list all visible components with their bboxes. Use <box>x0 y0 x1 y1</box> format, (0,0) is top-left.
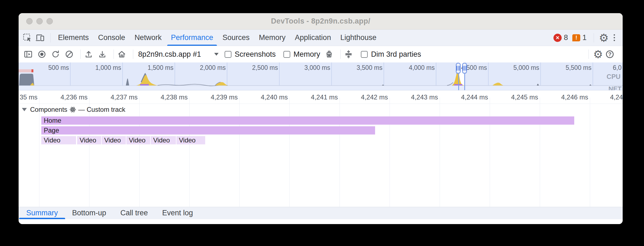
chevron-down-icon <box>214 53 219 56</box>
cpu-lane-label: CPU <box>607 73 620 81</box>
divider <box>594 33 594 42</box>
traffic-lights <box>26 13 53 29</box>
reload-icon[interactable] <box>50 49 61 59</box>
tab-network[interactable]: Network <box>130 30 166 46</box>
tab-memory[interactable]: Memory <box>254 30 290 46</box>
screenshots-checkbox[interactable] <box>225 51 231 58</box>
zoom-window-button[interactable] <box>47 18 53 24</box>
selection-right-handle[interactable] <box>462 63 467 74</box>
toolbar-right: ⚙ ? <box>586 49 618 60</box>
tabbar-right: × 8 ! 1 ⚙ <box>553 32 623 43</box>
ruler-tick-label: 4,239 ms <box>194 93 238 101</box>
gridline <box>540 98 540 207</box>
collapse-triangle-icon[interactable] <box>22 108 27 111</box>
ruler-tick-label: 4,246 ms <box>544 93 588 101</box>
panel-left-icon[interactable] <box>23 49 33 59</box>
track-header[interactable]: Components — Custom track <box>22 106 125 113</box>
selection-left-line <box>458 72 459 90</box>
clear-icon[interactable] <box>64 49 74 59</box>
dim-3rd-parties-checkbox-group[interactable]: Dim 3rd parties <box>361 50 421 59</box>
memory-checkbox[interactable] <box>283 51 290 58</box>
overview-tick-label: 500 ms <box>28 64 69 71</box>
timeline-detail[interactable]: 35 ms4,236 ms4,237 ms4,238 ms4,239 ms4,2… <box>19 90 623 207</box>
tab-console[interactable]: Console <box>94 30 130 46</box>
error-count[interactable]: 8 <box>564 33 568 42</box>
bottom-tab-event-log[interactable]: Event log <box>155 207 200 219</box>
close-window-button[interactable] <box>26 18 33 24</box>
screenshots-label: Screenshots <box>235 50 276 59</box>
settings-gear-icon[interactable]: ⚙ <box>599 32 609 43</box>
ruler-tick-label: 35 ms <box>19 93 37 101</box>
gridline <box>89 98 89 207</box>
home-icon[interactable] <box>117 49 127 59</box>
divider <box>50 33 51 42</box>
tab-application[interactable]: Application <box>290 30 336 46</box>
divider <box>133 50 133 59</box>
track-bar-home[interactable]: Home <box>41 116 574 125</box>
overview-tick-label: 1,500 ms <box>132 64 173 71</box>
overview-tick-label: 6,0 <box>613 64 622 71</box>
dim-3rd-parties-checkbox[interactable] <box>361 51 368 58</box>
inspect-icon[interactable] <box>22 33 32 43</box>
gridline <box>39 98 39 207</box>
bottom-tab-bottom-up[interactable]: Bottom-up <box>65 207 114 219</box>
overview-tick-label: 2,000 ms <box>185 64 226 71</box>
gridline <box>239 98 240 207</box>
bottom-tab-call-tree[interactable]: Call tree <box>113 207 155 219</box>
performance-toolbar: 8p2n9n.csb.app #1 Screenshots Memory <box>19 46 623 62</box>
track-bar-video[interactable]: Video <box>126 136 150 144</box>
overview-tick-label: 2,500 ms <box>237 64 278 71</box>
issue-count[interactable]: 1 <box>582 33 587 42</box>
tab-performance[interactable]: Performance <box>166 30 218 46</box>
track-bar-video[interactable]: Video <box>176 136 205 144</box>
divider <box>114 50 114 59</box>
ruler-tick-label: 4,243 ms <box>394 93 438 101</box>
screenshot-root: { "window": { "title": "DevTools - 8p2n9… <box>0 0 644 246</box>
memory-label: Memory <box>294 50 320 59</box>
overview-tick-label: 3,000 ms <box>289 64 330 71</box>
track-title: Components <box>30 106 67 113</box>
more-options-icon[interactable] <box>611 34 618 41</box>
ruler-separator <box>19 104 623 104</box>
bottom-tab-summary[interactable]: Summary <box>19 207 65 219</box>
device-toolbar-icon[interactable] <box>35 33 45 43</box>
issues-icon[interactable]: ! <box>572 34 580 41</box>
atom-icon <box>69 106 76 113</box>
gridline <box>490 98 490 207</box>
upload-icon[interactable] <box>83 49 94 59</box>
track-bar-video[interactable]: Video <box>77 136 101 144</box>
overview-tick-label: 5,000 ms <box>498 64 539 71</box>
timeline-overview[interactable]: 500 ms1,000 ms1,500 ms2,000 ms2,500 ms3,… <box>19 62 623 90</box>
brush-icon[interactable] <box>324 49 334 59</box>
track-bar-page[interactable]: Page <box>41 126 375 135</box>
memory-checkbox-group[interactable]: Memory <box>283 50 320 59</box>
overview-tick-label: 3,500 ms <box>341 64 382 71</box>
track-bar-video[interactable]: Video <box>151 136 176 144</box>
selection-left-handle[interactable] <box>456 63 461 74</box>
record-icon[interactable] <box>37 49 47 59</box>
tab-sources[interactable]: Sources <box>218 30 254 46</box>
tab-elements[interactable]: Elements <box>53 30 94 46</box>
overview-tick-label: 4,000 ms <box>394 64 435 71</box>
gridline <box>340 98 340 207</box>
gridline <box>289 98 290 207</box>
net-lane-label: NET <box>608 85 622 90</box>
download-icon[interactable] <box>97 49 108 59</box>
devtools-window: DevTools - 8p2n9n.csb.app/ ElementsConso… <box>19 13 623 224</box>
help-icon[interactable]: ? <box>605 49 615 59</box>
divider <box>340 50 341 59</box>
ruler-tick-label: 4,242 ms <box>344 93 388 101</box>
minimize-window-button[interactable] <box>36 18 43 24</box>
track-bar-video[interactable]: Video <box>102 136 126 144</box>
target-selector[interactable]: 8p2n9n.csb.app #1 <box>138 50 219 59</box>
tab-lighthouse[interactable]: Lighthouse <box>336 30 381 46</box>
gridline <box>440 98 440 207</box>
track-bar-video[interactable]: Video <box>41 136 76 144</box>
gridline <box>139 98 140 207</box>
gridline <box>590 98 590 207</box>
screenshots-checkbox-group[interactable]: Screenshots <box>225 50 276 59</box>
error-badge-icon[interactable]: × <box>553 34 562 42</box>
ruler-tick-label: 4,241 ms <box>294 93 338 101</box>
capture-settings-gear-icon[interactable]: ⚙ <box>593 49 603 60</box>
collapse-icon[interactable] <box>343 49 354 59</box>
